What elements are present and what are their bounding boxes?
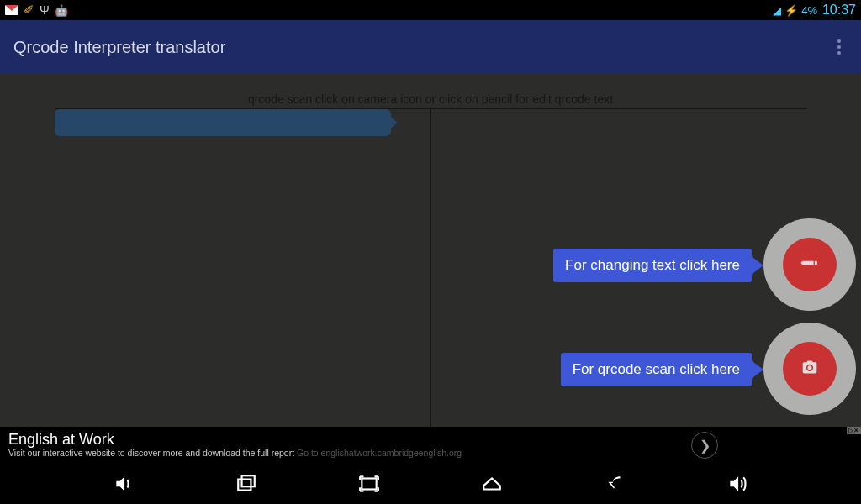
fab-edit-wrap — [763, 218, 856, 311]
svg-rect-0 — [238, 480, 251, 491]
clock: 10:37 — [822, 3, 856, 18]
status-left: ✐ Ψ 🤖 — [5, 3, 68, 18]
hint-text: qrcode scan click on camera icon or clic… — [55, 92, 806, 109]
gmail-icon — [5, 5, 18, 15]
ad-banner[interactable]: English at Work Visit our interactive we… — [0, 427, 861, 464]
status-bar: ✐ Ψ 🤖 ◢ ⚡ 4% 10:37 — [0, 0, 861, 20]
tooltip-edit: For changing text click here — [553, 249, 752, 282]
content-area: qrcode scan click on camera icon or clic… — [0, 74, 861, 427]
camera-icon — [801, 359, 818, 379]
svg-rect-1 — [242, 475, 255, 486]
app-bar: Qrcode Interpreter translator — [0, 20, 861, 74]
pencil-icon — [801, 255, 818, 275]
tooltip-scan: For qrcode scan click here — [561, 353, 752, 386]
chevron-right-icon: ❯ — [700, 438, 710, 454]
volume-up-button[interactable] — [722, 471, 753, 496]
wifi-icon: ◢ — [773, 4, 781, 17]
home-button[interactable] — [477, 471, 507, 496]
system-nav-bar — [0, 464, 861, 504]
android-icon: 🤖 — [55, 4, 68, 17]
recents-button[interactable] — [231, 471, 261, 496]
left-pane — [55, 109, 431, 427]
app-title: Qrcode Interpreter translator — [13, 38, 225, 57]
charging-icon: ⚡ — [784, 4, 798, 17]
volume-down-button[interactable] — [108, 471, 139, 496]
camera-fab[interactable] — [783, 342, 837, 396]
svg-rect-2 — [362, 479, 376, 490]
battery-percent: 4% — [801, 4, 817, 17]
back-button[interactable] — [600, 471, 630, 496]
ad-subtitle: Visit our interactive website to discove… — [8, 449, 462, 459]
edit-fab[interactable] — [783, 238, 837, 291]
qrcode-text-bubble[interactable] — [55, 109, 391, 136]
cleaner-icon: ✐ — [24, 3, 34, 18]
adchoices-icon[interactable]: ▷✕ — [847, 427, 861, 434]
fab-camera-wrap — [763, 323, 856, 415]
ad-title: English at Work — [8, 432, 462, 449]
ad-go-button[interactable]: ❯ — [691, 432, 718, 459]
usb-icon: Ψ — [40, 3, 50, 17]
screenshot-button[interactable] — [354, 471, 384, 496]
overflow-menu-button[interactable] — [831, 33, 848, 61]
ad-text: English at Work Visit our interactive we… — [8, 432, 462, 458]
status-right: ◢ ⚡ 4% 10:37 — [773, 3, 856, 18]
